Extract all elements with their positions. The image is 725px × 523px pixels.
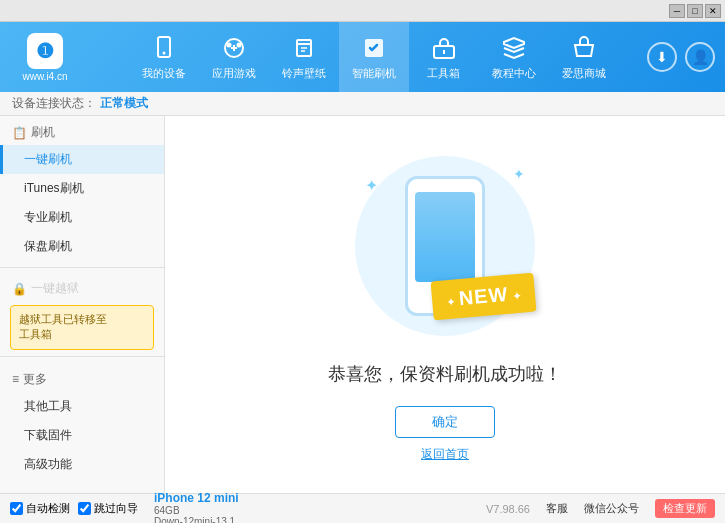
sidebar-item-advanced[interactable]: 高级功能 <box>0 450 164 479</box>
jailbreak-info-box: 越狱工具已转移至 工具箱 <box>10 305 154 350</box>
title-bar: ─ □ ✕ <box>0 0 725 22</box>
sidebar-item-download-firmware[interactable]: 下载固件 <box>0 421 164 450</box>
header-right-buttons: ⬇ 👤 <box>647 42 715 72</box>
nav-my-device-label: 我的设备 <box>142 66 186 81</box>
svg-point-3 <box>227 43 230 46</box>
nav-store-label: 爱思商城 <box>562 66 606 81</box>
skip-wizard-label: 跳过向导 <box>94 501 138 516</box>
logo-area: ❶ www.i4.cn <box>10 33 80 82</box>
wechat-link[interactable]: 微信公众号 <box>584 501 639 516</box>
nav-ringtone[interactable]: 铃声壁纸 <box>269 22 339 92</box>
auto-connect-label: 自动检测 <box>26 501 70 516</box>
nav-toolbox[interactable]: 工具箱 <box>409 22 479 92</box>
app-games-icon <box>220 34 248 62</box>
sidebar: 📋 刷机 一键刷机 iTunes刷机 专业刷机 保盘刷机 🔒 一键越狱 越狱工具… <box>0 116 165 493</box>
nav-smart-flash-label: 智能刷机 <box>352 66 396 81</box>
tutorial-icon <box>500 34 528 62</box>
check-update-button[interactable]: 检查更新 <box>655 499 715 518</box>
bottom-right: V7.98.66 客服 微信公众号 检查更新 <box>486 499 715 518</box>
nav-tutorial[interactable]: 教程中心 <box>479 22 549 92</box>
sidebar-item-one-click[interactable]: 一键刷机 <box>0 145 164 174</box>
status-value: 正常模式 <box>100 95 148 112</box>
back-home-link[interactable]: 返回首页 <box>421 446 469 463</box>
ringtone-icon <box>290 34 318 62</box>
auto-connect-checkbox[interactable]: 自动检测 <box>10 501 70 516</box>
phone-screen <box>415 192 475 282</box>
confirm-button[interactable]: 确定 <box>395 406 495 438</box>
close-button[interactable]: ✕ <box>705 4 721 18</box>
jailbreak-section-label: 一键越狱 <box>31 280 79 297</box>
more-section-icon: ≡ <box>12 372 19 386</box>
status-bar: 设备连接状态： 正常模式 <box>0 92 725 116</box>
sparkle-right-icon: ✦ <box>513 166 525 182</box>
svg-point-1 <box>162 51 165 54</box>
phone-illustration: ✦ ✦ NEW <box>345 146 545 346</box>
sidebar-item-save-flash[interactable]: 保盘刷机 <box>0 232 164 261</box>
bottom-left: 自动检测 跳过向导 iPhone 12 mini 64GB Down-12min… <box>10 491 239 524</box>
sidebar-section-jailbreak: 🔒 一键越狱 <box>0 274 164 301</box>
device-storage: 64GB <box>154 505 239 516</box>
nav-tutorial-label: 教程中心 <box>492 66 536 81</box>
auto-connect-input[interactable] <box>10 502 23 515</box>
my-device-icon <box>150 34 178 62</box>
status-label: 设备连接状态： <box>12 95 96 112</box>
store-icon <box>570 34 598 62</box>
header: ❶ www.i4.cn 我的设备 <box>0 22 725 92</box>
customer-service-link[interactable]: 客服 <box>546 501 568 516</box>
smart-flash-icon <box>360 34 388 62</box>
logo-url: www.i4.cn <box>22 71 67 82</box>
device-model: Down-12mini-13.1 <box>154 516 239 524</box>
version-text: V7.98.66 <box>486 503 530 515</box>
sidebar-section-flash: 📋 刷机 <box>0 116 164 145</box>
skip-wizard-input[interactable] <box>78 502 91 515</box>
toolbox-icon <box>430 34 458 62</box>
success-message: 恭喜您，保资料刷机成功啦！ <box>328 362 562 386</box>
nav-app-games[interactable]: 应用游戏 <box>199 22 269 92</box>
jailbreak-lock-icon: 🔒 <box>12 282 27 296</box>
sidebar-item-itunes-flash[interactable]: iTunes刷机 <box>0 174 164 203</box>
flash-section-label: 刷机 <box>31 124 55 141</box>
flash-section-icon: 📋 <box>12 126 27 140</box>
skip-wizard-checkbox[interactable]: 跳过向导 <box>78 501 138 516</box>
nav-toolbox-label: 工具箱 <box>427 66 460 81</box>
jailbreak-info-text: 越狱工具已转移至 工具箱 <box>19 313 107 340</box>
download-button[interactable]: ⬇ <box>647 42 677 72</box>
nav-my-device[interactable]: 我的设备 <box>129 22 199 92</box>
sidebar-section-more: ≡ 更多 <box>0 363 164 392</box>
nav-smart-flash[interactable]: 智能刷机 <box>339 22 409 92</box>
svg-point-4 <box>237 43 240 46</box>
logo-icon: ❶ <box>27 33 63 69</box>
new-badge: NEW <box>430 273 536 321</box>
nav-bar: 我的设备 应用游戏 铃声壁纸 <box>100 22 647 92</box>
device-info: iPhone 12 mini 64GB Down-12mini-13.1 <box>154 491 239 524</box>
more-section-label: 更多 <box>23 371 47 388</box>
divider-1 <box>0 267 164 268</box>
sidebar-item-other-tools[interactable]: 其他工具 <box>0 392 164 421</box>
bottom-bar: 自动检测 跳过向导 iPhone 12 mini 64GB Down-12min… <box>0 493 725 523</box>
maximize-button[interactable]: □ <box>687 4 703 18</box>
minimize-button[interactable]: ─ <box>669 4 685 18</box>
nav-app-games-label: 应用游戏 <box>212 66 256 81</box>
window-controls[interactable]: ─ □ ✕ <box>669 4 721 18</box>
sparkle-left-icon: ✦ <box>365 176 378 195</box>
main-area: 📋 刷机 一键刷机 iTunes刷机 专业刷机 保盘刷机 🔒 一键越狱 越狱工具… <box>0 116 725 493</box>
sidebar-item-pro-flash[interactable]: 专业刷机 <box>0 203 164 232</box>
content-area: ✦ ✦ NEW 恭喜您，保资料刷机成功啦！ 确定 返回首页 <box>165 116 725 493</box>
user-button[interactable]: 👤 <box>685 42 715 72</box>
nav-ringtone-label: 铃声壁纸 <box>282 66 326 81</box>
divider-2 <box>0 356 164 357</box>
nav-store[interactable]: 爱思商城 <box>549 22 619 92</box>
